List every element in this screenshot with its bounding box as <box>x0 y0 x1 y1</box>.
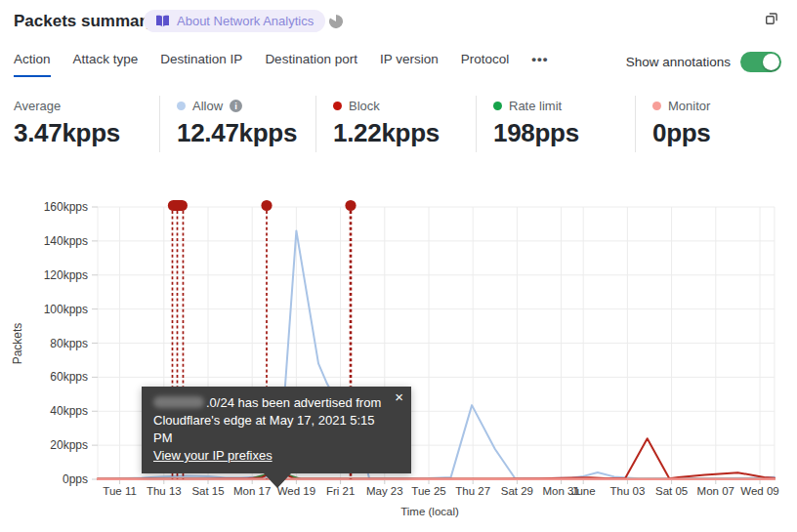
svg-text:Sat 05: Sat 05 <box>655 485 688 497</box>
close-icon[interactable]: × <box>395 389 403 404</box>
svg-text:Thu 03: Thu 03 <box>609 485 645 497</box>
svg-text:Wed 09: Wed 09 <box>740 485 778 497</box>
svg-text:Tue 25: Tue 25 <box>411 485 445 497</box>
show-annotations-toggle[interactable] <box>740 52 781 72</box>
stat-label: Allowi <box>177 98 315 113</box>
tab-ip-version[interactable]: IP version <box>380 52 439 75</box>
svg-text:Fri 21: Fri 21 <box>326 485 355 497</box>
stat-label: Rate limit <box>493 98 635 113</box>
svg-text:80kpps: 80kpps <box>50 337 88 350</box>
x-axis-title: Time (local) <box>400 506 459 517</box>
svg-text:140kpps: 140kpps <box>44 234 88 248</box>
stat-monitor: Monitor0pps <box>635 96 797 152</box>
stat-average: Average3.47kpps <box>0 96 159 152</box>
x-tick-labels: Tue 11Thu 13Sat 15Mon 17Wed 19Fri 21May … <box>103 485 778 497</box>
redacted-ip-prefix <box>153 396 204 408</box>
svg-text:June: June <box>571 485 596 497</box>
tab-protocol[interactable]: Protocol <box>461 52 510 75</box>
badge-label: About Network Analytics <box>177 14 314 28</box>
show-annotations-label: Show annotations <box>626 55 731 69</box>
stat-label: Block <box>333 98 476 113</box>
annotation-tooltip: × .0/24 has been advertised from Cloudfl… <box>142 387 411 473</box>
svg-text:60kpps: 60kpps <box>50 370 88 384</box>
series-color-dot <box>177 102 186 110</box>
filter-tabs: ActionAttack typeDestination IPDestinati… <box>14 52 548 77</box>
svg-text:Thu 13: Thu 13 <box>147 485 182 497</box>
tooltip-arrow <box>264 473 291 488</box>
book-icon <box>155 15 170 27</box>
tab-destination-ip[interactable]: Destination IP <box>160 52 242 75</box>
tooltip-line1: .0/24 has been advertised from <box>153 394 386 412</box>
svg-text:160kpps: 160kpps <box>44 200 88 214</box>
packets-chart: 0pps20kpps40kpps60kpps80kpps100kpps120kp… <box>0 190 797 532</box>
tab-action[interactable]: Action <box>14 52 51 77</box>
svg-text:40kpps: 40kpps <box>50 404 88 418</box>
stat-value: 3.47kpps <box>14 118 159 148</box>
stat-block: Block1.22kpps <box>315 96 476 152</box>
view-ip-prefixes-link[interactable]: View your IP prefixes <box>153 448 273 463</box>
pie-icon <box>329 15 343 32</box>
series-color-dot <box>652 102 661 110</box>
toggle-knob <box>763 54 779 70</box>
stat-value: 0pps <box>652 118 797 148</box>
annotation-marker-dot[interactable] <box>261 200 272 211</box>
svg-text:Tue 11: Tue 11 <box>103 485 137 497</box>
stat-value: 198pps <box>493 118 635 148</box>
stat-label: Monitor <box>652 98 797 113</box>
annotation-marker-dot[interactable] <box>345 200 356 211</box>
tab-more[interactable]: ••• <box>531 52 548 75</box>
stat-label: Average <box>14 98 159 113</box>
tooltip-line2: Cloudflare's edge at May 17, 2021 5:15 P… <box>153 412 386 447</box>
tab-attack-type[interactable]: Attack type <box>73 52 139 75</box>
info-icon[interactable]: i <box>230 100 242 112</box>
y-axis-title: Packets <box>11 323 24 365</box>
series-color-dot <box>333 102 342 110</box>
svg-text:100kpps: 100kpps <box>44 303 88 316</box>
stat-allow: Allowi12.47kpps <box>159 96 315 152</box>
summary-stats-row: Average3.47kppsAllowi12.47kppsBlock1.22k… <box>0 96 797 152</box>
svg-text:Thu 27: Thu 27 <box>455 485 490 497</box>
stat-value: 12.47kpps <box>177 118 315 148</box>
svg-text:Sat 15: Sat 15 <box>191 485 224 497</box>
stat-value: 1.22kpps <box>333 118 476 148</box>
stat-rate-limit: Rate limit198pps <box>476 96 635 152</box>
svg-text:20kpps: 20kpps <box>50 438 88 452</box>
svg-text:Mon 07: Mon 07 <box>697 485 734 497</box>
tab-destination-port[interactable]: Destination port <box>265 52 357 75</box>
restore-window-icon[interactable] <box>764 11 779 30</box>
svg-text:120kpps: 120kpps <box>44 268 88 282</box>
page-title: Packets summary <box>14 12 155 31</box>
annotation-marker-pill[interactable] <box>168 200 188 211</box>
y-tick-labels: 0pps20kpps40kpps60kpps80kpps100kpps120kp… <box>44 200 88 486</box>
network-analytics-page: { "header": { "title": "Packets summary"… <box>0 0 797 532</box>
svg-text:0pps: 0pps <box>63 472 88 486</box>
series-color-dot <box>493 102 502 110</box>
svg-text:Sat 29: Sat 29 <box>501 485 533 497</box>
show-annotations-control: Show annotations <box>626 52 781 72</box>
about-network-analytics-badge[interactable]: About Network Analytics <box>144 10 325 32</box>
svg-text:May 23: May 23 <box>366 485 403 497</box>
